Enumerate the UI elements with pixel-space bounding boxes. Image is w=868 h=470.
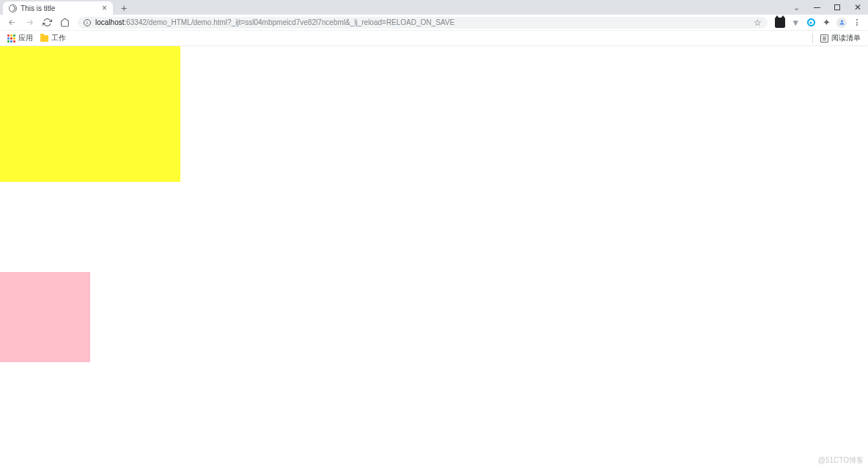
tab-title: This is title (21, 4, 98, 12)
apps-label: 应用 (18, 33, 33, 43)
home-button[interactable] (57, 15, 72, 30)
folder-icon (40, 35, 48, 42)
extension-cat-icon[interactable] (775, 18, 785, 28)
extensions-icon[interactable]: ✦ (821, 18, 831, 28)
yellow-box (0, 46, 180, 182)
address-bar[interactable]: localhost:63342/demo_HTML/demo.html?_ijt… (78, 17, 768, 29)
chevron-down-icon[interactable]: ⌄ (786, 0, 806, 15)
apps-button[interactable]: 应用 (7, 33, 33, 43)
maximize-button[interactable] (827, 0, 847, 15)
extension-v-icon[interactable]: ▾ (790, 18, 801, 28)
divider (812, 33, 813, 43)
extension-ring-icon[interactable] (806, 18, 816, 28)
forward-button[interactable] (22, 15, 37, 30)
browser-tab[interactable]: This is title × (3, 1, 113, 15)
reading-list-label: 阅读清单 (831, 33, 861, 43)
close-tab-icon[interactable]: × (102, 4, 107, 12)
url-path: :63342/demo_HTML/demo.html?_ijt=ssl04mbp… (124, 18, 455, 26)
folder-label: 工作 (51, 33, 66, 43)
reload-button[interactable] (40, 15, 54, 30)
window-controls: ⌄ ✕ (786, 0, 868, 15)
watermark: @51CTO博客 (818, 455, 864, 466)
page-content: @51CTO博客 (0, 46, 868, 470)
tab-strip: This is title × + ⌄ ✕ (0, 0, 868, 15)
reading-list-icon (820, 34, 828, 43)
url-text: localhost:63342/demo_HTML/demo.html?_ijt… (95, 18, 455, 26)
url-host: localhost (95, 18, 124, 26)
avatar-icon[interactable] (836, 18, 847, 28)
reading-list-button[interactable]: 阅读清单 (812, 33, 861, 43)
pink-box (0, 272, 90, 362)
kebab-menu-icon[interactable] (852, 18, 862, 28)
apps-icon (7, 34, 15, 43)
globe-icon (9, 4, 17, 12)
star-icon[interactable]: ☆ (754, 18, 762, 28)
new-tab-button[interactable]: + (117, 1, 130, 15)
address-bar-row: localhost:63342/demo_HTML/demo.html?_ijt… (0, 15, 868, 31)
bookmark-folder-work[interactable]: 工作 (40, 33, 66, 43)
extension-icons: ▾ ✦ (773, 18, 864, 28)
back-button[interactable] (4, 15, 19, 30)
bookmarks-bar: 应用 工作 阅读清单 (0, 31, 868, 46)
info-icon[interactable] (84, 19, 91, 26)
close-window-button[interactable]: ✕ (847, 0, 868, 15)
svg-point-0 (841, 21, 843, 23)
minimize-button[interactable] (806, 0, 827, 15)
